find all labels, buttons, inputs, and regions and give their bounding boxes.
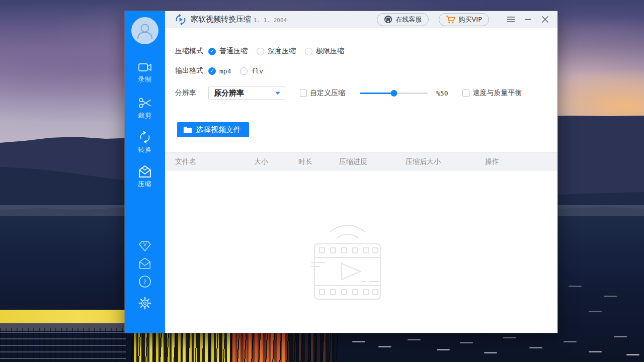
format-row: 输出格式 ✓ mp4 flv (175, 65, 272, 76)
menu-icon (507, 17, 515, 22)
column-progress: 压缩进度 (339, 157, 406, 166)
desktop: 录制 裁剪 转换 (0, 0, 644, 362)
column-duration: 时长 (298, 157, 339, 166)
radio-extreme-compress[interactable]: 极限压缩 (305, 47, 344, 56)
wallpaper-reed-stems (126, 332, 342, 362)
menu-button[interactable] (502, 13, 519, 26)
feedback-mail-icon[interactable] (138, 257, 151, 270)
select-video-label: 选择视频文件 (196, 125, 241, 135)
buy-vip-button[interactable]: 购买VIP (439, 13, 489, 26)
headset-icon (384, 15, 392, 24)
settings-gear-icon[interactable] (138, 297, 151, 310)
svg-text:?: ? (143, 278, 147, 286)
column-compressed-size: 压缩后大小 (406, 157, 485, 166)
resolution-label: 分辨率 (175, 88, 208, 98)
sidebar-item-record[interactable]: 录制 (125, 61, 165, 84)
compress-icon (138, 165, 152, 178)
mode-label: 压缩模式 (175, 47, 208, 56)
column-size: 大小 (254, 157, 298, 166)
radio-checked-icon: ✓ (208, 67, 216, 75)
app-logo-icon (175, 14, 186, 25)
radio-deep-compress[interactable]: 深度压缩 (257, 47, 296, 56)
resolution-row: 分辨率 原分辨率 自定义压缩 %50 速度与质量平衡 (175, 86, 522, 100)
empty-film-placeholder-icon (309, 221, 384, 302)
wallpaper-water-sparkles (352, 341, 365, 342)
sidebar: 录制 裁剪 转换 (125, 11, 165, 333)
sidebar-item-convert[interactable]: 转换 (125, 131, 165, 154)
column-filename: 文件名 (165, 157, 254, 166)
sidebar-item-label: 录制 (138, 75, 152, 84)
user-icon (135, 21, 155, 41)
app-version: 1. 1. 2004 (254, 17, 287, 24)
sidebar-item-label: 压缩 (138, 179, 152, 189)
file-list-empty (165, 171, 557, 333)
radio-checked-icon: ✓ (208, 48, 216, 55)
help-icon[interactable]: ? (138, 275, 151, 288)
slider-fill (360, 93, 394, 94)
titlebar: 家软视频转换压缩 1. 1. 2004 在线客服 (165, 11, 557, 28)
minimize-button[interactable] (519, 13, 536, 26)
app-title: 家软视频转换压缩 (191, 15, 251, 24)
sidebar-item-label: 裁剪 (138, 111, 152, 120)
slider-percent-label: %50 (436, 89, 448, 97)
close-button[interactable] (536, 13, 553, 26)
online-support-button[interactable]: 在线客服 (377, 13, 429, 26)
chevron-down-icon (275, 92, 280, 95)
scissors-icon (138, 97, 151, 110)
svg-text:V: V (143, 242, 147, 247)
radio-unchecked-icon (240, 67, 248, 75)
balance-checkbox[interactable]: 速度与质量平衡 (462, 88, 522, 98)
minimize-icon (525, 19, 531, 20)
online-support-label: 在线客服 (395, 15, 422, 24)
sidebar-item-compress[interactable]: 压缩 (125, 165, 165, 189)
app-window: 录制 裁剪 转换 (125, 11, 557, 333)
vip-diamond-icon[interactable]: V (138, 239, 151, 252)
avatar[interactable] (131, 17, 158, 44)
sidebar-item-trim[interactable]: 裁剪 (125, 97, 165, 120)
radio-unchecked-icon (305, 48, 312, 55)
column-actions: 操作 (485, 157, 557, 166)
checkbox-icon (300, 89, 307, 97)
radio-unchecked-icon (257, 48, 264, 55)
radio-flv[interactable]: flv (240, 67, 263, 75)
wallpaper-reflections-left (0, 328, 126, 362)
format-label: 输出格式 (175, 66, 208, 75)
table-header: 文件名 大小 时长 压缩进度 压缩后大小 操作 (165, 152, 557, 171)
select-video-button[interactable]: 选择视频文件 (177, 122, 249, 137)
resolution-dropdown[interactable]: 原分辨率 (208, 86, 285, 100)
record-icon (138, 61, 152, 73)
radio-normal-compress[interactable]: ✓ 普通压缩 (208, 47, 248, 56)
convert-icon (138, 131, 151, 144)
main-content: 压缩模式 ✓ 普通压缩 深度压缩 极限压缩 输出格式 ✓ (165, 29, 557, 333)
resolution-value: 原分辨率 (214, 88, 244, 98)
mode-row: 压缩模式 ✓ 普通压缩 深度压缩 极限压缩 (175, 46, 353, 57)
folder-icon (183, 126, 192, 134)
checkbox-icon (462, 89, 469, 97)
slider-thumb[interactable] (390, 90, 397, 97)
custom-compress-checkbox[interactable]: 自定义压缩 (300, 88, 345, 98)
sidebar-item-label: 转换 (138, 145, 152, 154)
compress-slider[interactable] (360, 89, 428, 97)
buy-vip-label: 购买VIP (458, 15, 482, 24)
close-icon (542, 16, 548, 23)
cart-icon (446, 15, 455, 24)
radio-mp4[interactable]: ✓ mp4 (208, 67, 231, 75)
